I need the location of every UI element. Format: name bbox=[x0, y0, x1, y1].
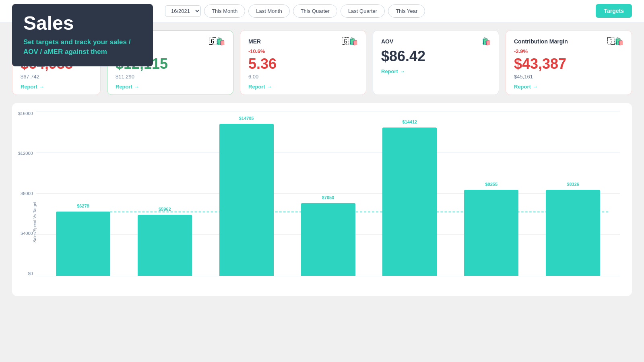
card-title-3: MER bbox=[248, 38, 261, 45]
bar-5: $8255 bbox=[464, 190, 518, 276]
card-title-4: AOV bbox=[381, 38, 393, 45]
bar-1: $5962 bbox=[138, 215, 192, 276]
y-label-8000: $8000 bbox=[21, 191, 33, 196]
targets-button[interactable]: Targets bbox=[596, 4, 632, 18]
sales-info-overlay: Sales Set targets and track your sales /… bbox=[12, 4, 153, 66]
card-report-link-4[interactable]: Report → bbox=[381, 68, 491, 74]
card-value-3: 5.36 bbox=[248, 56, 358, 72]
bar-3: $7050 bbox=[301, 203, 355, 276]
card-sub-1: $67,742 bbox=[21, 74, 92, 80]
bar-4: $14412 bbox=[382, 128, 437, 276]
y-label-12000: $12000 bbox=[18, 151, 33, 156]
bar-group-4: $14412 bbox=[371, 111, 448, 276]
bar-group-5: $8255 bbox=[452, 111, 530, 276]
bar-group-3: $7050 bbox=[289, 111, 367, 276]
bar-label-6: $8326 bbox=[567, 182, 579, 187]
card-sub-5: $45,161 bbox=[514, 74, 623, 80]
y-label-0: $0 bbox=[28, 271, 33, 276]
card-report-link-2[interactable]: Report → bbox=[116, 84, 225, 90]
bar-label-3: $7050 bbox=[322, 195, 334, 200]
bars-area: $6278 $5962 $14705 $7050 bbox=[36, 111, 620, 276]
card-sub-3: 6.00 bbox=[248, 74, 358, 80]
metric-card-mer: MER 🇬🛍️ -10.6% 5.36 6.00 Report → bbox=[240, 30, 366, 95]
card-header-3: MER 🇬🛍️ bbox=[248, 37, 358, 46]
grid-line-bottom bbox=[36, 276, 620, 276]
bar-label-5: $8255 bbox=[485, 182, 497, 187]
card-value-4: $86.42 bbox=[381, 48, 491, 64]
filter-this-year[interactable]: This Year bbox=[388, 4, 425, 18]
y-label-16000: $16000 bbox=[18, 111, 33, 116]
card-sub-2: $11,290 bbox=[116, 74, 225, 80]
card-report-link-1[interactable]: Report → bbox=[21, 84, 92, 90]
bar-label-4: $14412 bbox=[402, 119, 417, 124]
chart-inner: $16000 $12000 $8000 $4000 $0 $6 bbox=[36, 111, 620, 288]
filter-this-month[interactable]: This Month bbox=[204, 4, 245, 18]
bar-group-2: $14705 bbox=[208, 111, 285, 276]
bar-label-2: $14705 bbox=[239, 116, 254, 121]
filter-this-quarter[interactable]: This Quarter bbox=[293, 4, 337, 18]
card-change-3: -10.6% bbox=[248, 48, 358, 54]
bar-6: $8326 bbox=[546, 190, 600, 276]
card-title-5: Contribution Margin bbox=[514, 38, 568, 45]
page-wrapper: Sales Set targets and track your sales /… bbox=[0, 0, 644, 362]
card-header-4: AOV 🛍️ bbox=[381, 37, 491, 46]
y-axis: $16000 $12000 $8000 $4000 $0 bbox=[18, 111, 33, 276]
filter-last-quarter[interactable]: Last Quarter bbox=[341, 4, 385, 18]
card-icon-2: 🇬🛍️ bbox=[209, 37, 225, 46]
card-value-5: $43,387 bbox=[514, 56, 623, 72]
bar-label-0: $6278 bbox=[77, 204, 89, 208]
bar-group-0: $6278 bbox=[44, 111, 122, 276]
sales-subtitle: Set targets and track your sales / AOV /… bbox=[23, 37, 142, 57]
card-report-link-3[interactable]: Report → bbox=[248, 84, 358, 90]
card-header-5: Contribution Margin 🇬🛍️ bbox=[514, 37, 623, 46]
sales-title: Sales bbox=[23, 12, 142, 34]
date-select[interactable]: 16/2021 bbox=[165, 5, 201, 17]
metric-card-contribution: Contribution Margin 🇬🛍️ -3.9% $43,387 $4… bbox=[506, 30, 632, 95]
card-icon-5: 🇬🛍️ bbox=[607, 37, 623, 46]
card-report-link-5[interactable]: Report → bbox=[514, 84, 623, 90]
card-icon-4: 🛍️ bbox=[482, 37, 491, 46]
bar-group-6: $8326 bbox=[534, 111, 612, 276]
metric-card-aov: AOV 🛍️ $86.42 Report → bbox=[373, 30, 499, 95]
bar-0: $6278 bbox=[56, 212, 110, 276]
y-label-4000: $4000 bbox=[21, 231, 33, 236]
bar-group-1: $5962 bbox=[126, 111, 204, 276]
card-icon-3: 🇬🛍️ bbox=[342, 37, 358, 46]
bar-label-1: $5962 bbox=[159, 207, 171, 212]
card-change-5: -3.9% bbox=[514, 48, 623, 54]
sales-chart: Sales/Spend Vs Target $16000 $12000 $800… bbox=[12, 103, 632, 296]
bar-2: $14705 bbox=[219, 124, 274, 276]
filter-last-month[interactable]: Last Month bbox=[248, 4, 289, 18]
